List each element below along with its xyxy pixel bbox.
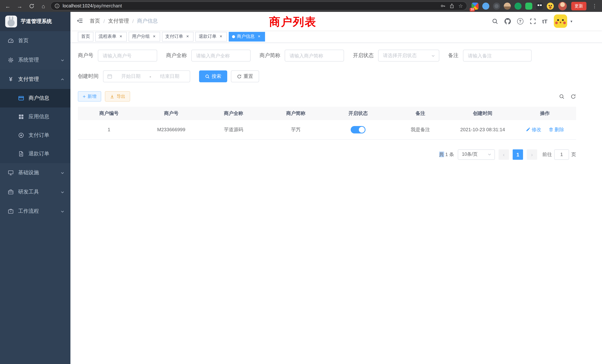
browser-back-button[interactable]: ←	[4, 3, 11, 9]
sidebar-item-merchant-info[interactable]: 商户信息	[0, 89, 70, 107]
sidebar-logo-row[interactable]: 芋道管理系统	[0, 12, 70, 31]
sidebar-item-payment[interactable]: ¥ 支付管理	[0, 70, 70, 89]
chevron-down-icon	[60, 209, 64, 213]
edit-link[interactable]: 修改	[526, 126, 541, 133]
browser-profile-avatar[interactable]	[558, 2, 567, 10]
page-number-button[interactable]: 1	[513, 149, 523, 160]
start-date-input[interactable]: 开始日期	[115, 73, 147, 80]
tab-process-form[interactable]: 流程表单×	[95, 32, 127, 41]
extension-green-square-icon[interactable]	[525, 2, 532, 10]
sidebar-item-dev-tools[interactable]: 研发工具	[0, 182, 70, 202]
breadcrumb-home[interactable]: 首页	[90, 18, 100, 24]
browser-extensions: 10	[470, 2, 555, 10]
sidebar-item-workflow[interactable]: 工作流程	[0, 202, 70, 221]
password-key-icon[interactable]	[441, 3, 446, 9]
sidebar-item-label: 支付订单	[29, 132, 49, 139]
extension-avatar-icon[interactable]	[504, 2, 511, 10]
breadcrumb: 首页 / 支付管理 / 商户信息	[90, 18, 158, 24]
chevron-up-icon	[60, 77, 64, 81]
merchant-table: 商户编号 商户号 商户全称 商户简称 开启状态 备注 创建时间 操作 1	[78, 107, 576, 139]
sidebar-payment-submenu: 商户信息 应用信息 支付订单	[0, 89, 70, 163]
grid-icon	[18, 114, 24, 120]
search-button[interactable]: 搜索	[199, 70, 227, 82]
reset-button[interactable]: 重置	[231, 70, 259, 82]
cell-remark: 我是备注	[389, 120, 452, 139]
tab-user-group[interactable]: 用户分组×	[129, 32, 160, 41]
url-text[interactable]: localhost:1024/pay/merchant	[63, 3, 438, 9]
browser-home-button[interactable]: ⌂	[40, 3, 47, 9]
goto-page-input[interactable]	[554, 149, 569, 160]
sidebar-item-label: 首页	[18, 37, 29, 44]
browser-refresh-button[interactable]	[28, 3, 35, 9]
browser-update-button[interactable]: 更新	[571, 2, 586, 10]
yen-icon: ¥	[7, 76, 14, 82]
avatar-caret-down-icon[interactable]: ▾	[570, 19, 572, 23]
extension-tampermonkey-icon[interactable]	[536, 2, 543, 10]
status-select-placeholder: 请选择开启状态	[383, 52, 417, 59]
sidebar-item-pay-order[interactable]: 支付订单	[0, 126, 70, 145]
column-header-full-name: 商户全称	[202, 107, 265, 120]
full-name-input[interactable]	[191, 50, 251, 62]
close-icon[interactable]: ×	[218, 34, 224, 39]
share-icon[interactable]	[450, 3, 455, 9]
remark-input[interactable]	[463, 50, 532, 62]
browser-forward-button[interactable]: →	[16, 3, 23, 9]
delete-link[interactable]: 删除	[549, 126, 564, 133]
sidebar-item-infrastructure[interactable]: 基础设施	[0, 163, 70, 182]
sidebar-fold-icon[interactable]	[76, 17, 84, 25]
status-select[interactable]: 请选择开启状态	[378, 50, 439, 62]
extension-grid-icon[interactable]: 10	[472, 2, 479, 10]
extension-green-circle-icon[interactable]	[515, 2, 522, 10]
close-icon[interactable]: ×	[185, 34, 190, 39]
merchant-no-input[interactable]	[98, 50, 157, 62]
sidebar-item-home[interactable]: 首页	[0, 31, 70, 50]
status-toggle[interactable]	[351, 126, 366, 133]
tab-merchant-info[interactable]: 商户信息×	[229, 32, 265, 41]
github-icon[interactable]	[505, 18, 511, 24]
navbar-actions: ? tT ▾	[492, 14, 572, 28]
header-search-icon[interactable]	[492, 18, 498, 24]
breadcrumb-separator: /	[103, 18, 105, 24]
sidebar-item-refund-order[interactable]: 退款订单	[0, 145, 70, 163]
cell-created-at: 2021-10-23 08:31:14	[452, 120, 514, 139]
refresh-icon	[237, 74, 242, 79]
sidebar-item-label: 支付管理	[18, 76, 39, 83]
bookmark-star-icon[interactable]: ☆	[458, 3, 463, 9]
breadcrumb-payment[interactable]: 支付管理	[108, 18, 129, 24]
export-button[interactable]: 导出	[105, 91, 130, 102]
close-icon[interactable]: ×	[257, 34, 262, 39]
trash-icon	[549, 127, 553, 132]
prev-page-button[interactable]: ‹	[499, 149, 509, 160]
tab-pay-order[interactable]: 支付订单×	[162, 32, 194, 41]
refresh-table-icon[interactable]	[570, 94, 576, 99]
fullscreen-icon[interactable]	[530, 18, 536, 24]
delete-link-label: 删除	[555, 126, 564, 133]
page-info-icon[interactable]	[54, 3, 60, 9]
sidebar-item-label: 退款订单	[29, 150, 49, 157]
extension-emoji-icon[interactable]	[547, 2, 554, 10]
page-size-select[interactable]: 10条/页	[458, 149, 495, 160]
tab-home[interactable]: 首页	[78, 32, 93, 41]
help-icon[interactable]: ?	[517, 18, 523, 24]
short-name-input[interactable]	[285, 50, 344, 62]
next-page-button[interactable]: ›	[527, 149, 537, 160]
address-bar[interactable]: localhost:1024/pay/merchant ☆	[50, 1, 467, 10]
column-header-merchant-no: 商户号	[140, 107, 202, 120]
add-button[interactable]: + 新增	[78, 91, 101, 102]
extension-dark-circle-icon[interactable]	[493, 2, 500, 10]
close-icon[interactable]: ×	[152, 34, 157, 39]
create-time-range-picker[interactable]: 开始日期 - 结束日期	[103, 70, 190, 82]
user-avatar-pikachu[interactable]	[554, 14, 567, 28]
font-size-icon[interactable]: tT	[542, 18, 548, 24]
extension-blue-icon[interactable]	[482, 2, 489, 10]
sidebar-item-app-info[interactable]: 应用信息	[0, 107, 70, 126]
tags-view: 首页 流程表单× 用户分组× 支付订单× 退款订单× 商户信息×	[70, 30, 602, 43]
tab-refund-order[interactable]: 退款订单×	[195, 32, 227, 41]
sidebar-item-system[interactable]: 系统管理	[0, 50, 70, 70]
toggle-knob	[359, 127, 365, 133]
screen: ← → ⌂ localhost:1024/pay/merchant ☆	[0, 0, 602, 364]
toggle-search-icon[interactable]	[559, 94, 565, 99]
close-icon[interactable]: ×	[118, 34, 123, 39]
end-date-input[interactable]: 结束日期	[153, 73, 186, 80]
browser-menu-button[interactable]: ⋮	[591, 3, 598, 9]
